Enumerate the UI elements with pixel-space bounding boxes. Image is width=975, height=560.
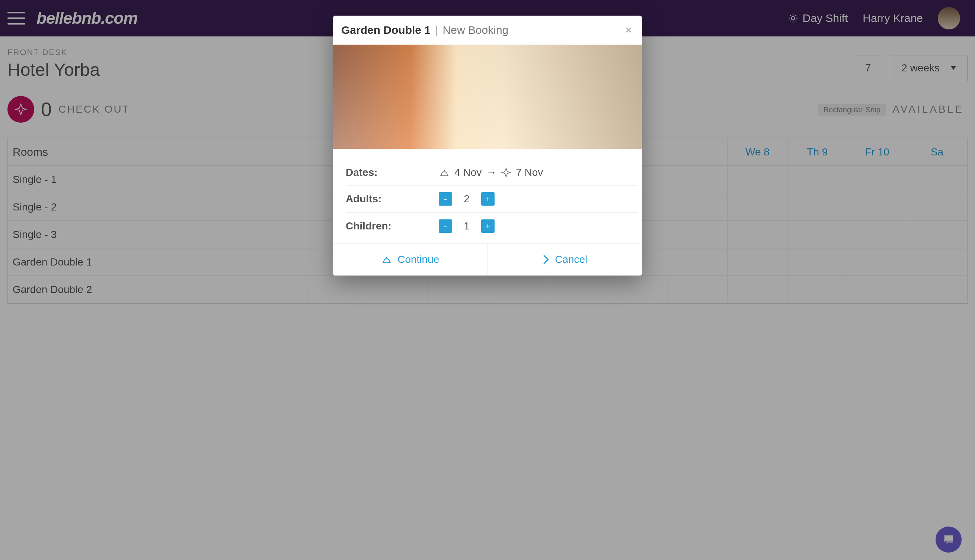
modal-room-name: Garden Double 1 [341,24,431,36]
dates-row: Dates: 4 Nov → 7 Nov [346,160,638,185]
plane-icon [501,167,511,178]
children-increment-button[interactable]: + [481,219,495,233]
modal-overlay: Garden Double 1 | New Booking × Dates: 4… [0,0,975,560]
children-stepper: - 1 + [439,219,495,233]
children-row: Children: - 1 + [346,213,638,240]
modal-header: Garden Double 1 | New Booking × [333,16,642,45]
room-image [333,45,642,149]
adults-increment-button[interactable]: + [481,192,495,206]
dates-value: 4 Nov → 7 Nov [439,167,543,178]
bell-icon [381,255,392,264]
checkout-date: 7 Nov [516,167,543,178]
adults-value: 2 [457,193,477,205]
adults-stepper: - 2 + [439,192,495,206]
cancel-button[interactable]: Cancel [487,243,642,275]
modal-title: Garden Double 1 | New Booking [341,24,508,37]
adults-decrement-button[interactable]: - [439,192,452,206]
modal-body: Dates: 4 Nov → 7 Nov Adults: - 2 + C [333,149,642,243]
children-value: 1 [457,220,477,232]
bell-icon [439,168,450,177]
close-icon[interactable]: × [625,24,632,36]
adults-label: Adults: [346,193,439,205]
adults-row: Adults: - 2 + [346,185,638,213]
continue-button[interactable]: Continue [333,243,487,275]
children-decrement-button[interactable]: - [439,219,452,233]
modal-subtitle: New Booking [443,24,509,36]
modal-footer: Continue Cancel [333,243,642,275]
chevron-right-icon [542,254,550,265]
dates-label: Dates: [346,167,439,178]
continue-label: Continue [398,253,439,265]
arrow-right-icon: → [486,167,497,178]
children-label: Children: [346,220,439,232]
checkin-date: 4 Nov [454,167,482,178]
cancel-label: Cancel [555,253,587,265]
new-booking-modal: Garden Double 1 | New Booking × Dates: 4… [333,16,642,275]
